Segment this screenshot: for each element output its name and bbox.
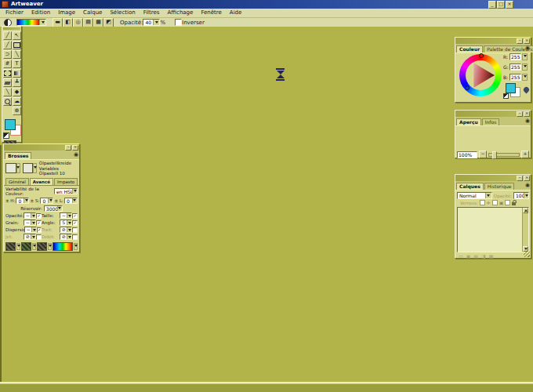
- brush-flow-source[interactable]: ⊘: [60, 234, 72, 240]
- droplet-icon[interactable]: [523, 86, 531, 94]
- opacity-combo[interactable]: 40: [143, 19, 160, 26]
- brush-size-source[interactable]: ~: [60, 212, 72, 219]
- brush-dispersion-source[interactable]: ~: [24, 227, 37, 233]
- gradient-type-button-5[interactable]: ▦: [93, 18, 103, 27]
- brushes-titlebar[interactable]: – ×: [4, 144, 79, 151]
- brush-stroke-source[interactable]: ⊘: [60, 227, 72, 233]
- panel-minimize-button[interactable]: –: [65, 145, 71, 151]
- sat-variability-combo[interactable]: 0: [40, 198, 53, 204]
- preview-zoom-field[interactable]: 100%: [457, 151, 477, 158]
- chevron-down-icon[interactable]: [74, 243, 78, 250]
- toolbox-grab-bar[interactable]: [3, 27, 20, 30]
- tab-calques[interactable]: Calques: [456, 183, 484, 190]
- tab-brosses[interactable]: Brosses: [5, 152, 31, 159]
- paper-texture-swatch[interactable]: [5, 242, 16, 251]
- sphere-tool[interactable]: ⊕: [13, 107, 21, 115]
- window-titlebar[interactable]: Artweaver _ □ ×: [0, 0, 533, 9]
- line-tool[interactable]: ╱: [3, 41, 12, 49]
- tab-historique[interactable]: Historique: [484, 183, 515, 190]
- brush-stroke-preview[interactable]: [5, 163, 16, 173]
- canvas[interactable]: [0, 27, 533, 383]
- slider-thumb[interactable]: [492, 151, 497, 159]
- layer-action-button-2[interactable]: ▣: [466, 254, 471, 259]
- panel-close-button[interactable]: ×: [524, 111, 530, 117]
- red-value-field[interactable]: 255: [509, 53, 521, 60]
- brush-tool[interactable]: ╱: [3, 31, 12, 40]
- preview-zoom-slider[interactable]: [488, 153, 520, 157]
- chevron-down-icon[interactable]: [16, 163, 20, 173]
- brush-angle-checkbox[interactable]: ✓: [72, 220, 78, 226]
- menu-fichier[interactable]: Fichier: [2, 9, 27, 17]
- magic-wand-tool[interactable]: ╲: [13, 50, 21, 59]
- sv-marker[interactable]: [465, 85, 470, 90]
- texture-swatch[interactable]: [37, 242, 47, 251]
- tab-infos[interactable]: Infos: [482, 118, 499, 125]
- close-button[interactable]: ×: [506, 1, 513, 9]
- gradient-type-button-1[interactable]: ▬: [53, 18, 63, 27]
- edit-gradient-icon[interactable]: [4, 19, 12, 27]
- green-value-field[interactable]: 255: [509, 64, 521, 71]
- invert-checkbox[interactable]: [175, 19, 182, 26]
- menu-fenetre[interactable]: Fenêtre: [197, 9, 225, 17]
- panel-minimize-button[interactable]: –: [517, 176, 523, 181]
- panel-close-button[interactable]: ×: [72, 145, 78, 151]
- gradient-picker[interactable]: [16, 19, 46, 26]
- chevron-down-icon[interactable]: [32, 243, 36, 250]
- tab-impasto[interactable]: Impasto: [54, 178, 78, 185]
- gradient-type-button-6[interactable]: ◩: [103, 18, 114, 27]
- lasso-tool[interactable]: ⊃: [3, 50, 12, 59]
- menu-affichage[interactable]: Affichage: [163, 9, 197, 17]
- layer-action-button-4[interactable]: ◨: [481, 254, 486, 259]
- menu-filtres[interactable]: Filtres: [140, 9, 164, 17]
- brush-angle-source[interactable]: S: [60, 220, 72, 226]
- default-colors-icon[interactable]: [3, 132, 9, 139]
- hand-tool[interactable]: ☁: [13, 97, 21, 106]
- lock-transparency-checkbox[interactable]: [480, 200, 485, 205]
- clone-stamp-tool[interactable]: ┻: [13, 78, 21, 87]
- hue-wheel[interactable]: [459, 54, 502, 96]
- foreground-color-swatch[interactable]: [506, 83, 516, 93]
- layers-scrollbar[interactable]: [522, 208, 528, 252]
- scroll-up-icon[interactable]: [523, 208, 528, 213]
- panel-menu-icon[interactable]: ◉: [525, 45, 530, 51]
- tab-general[interactable]: Général: [5, 178, 29, 185]
- panel-menu-icon[interactable]: ◉: [525, 183, 530, 188]
- tab-apercu[interactable]: Aperçu: [456, 118, 481, 125]
- eraser-tool[interactable]: [3, 78, 12, 87]
- brush-jet-checkbox[interactable]: [36, 234, 42, 240]
- gradient-tool[interactable]: [13, 69, 21, 78]
- chevron-down-icon[interactable]: [33, 163, 37, 173]
- gradient-swatch[interactable]: [53, 242, 73, 251]
- zoom-in-icon[interactable]: +: [521, 151, 529, 158]
- resize-grip[interactable]: [524, 251, 530, 257]
- lock-pixels-checkbox[interactable]: [492, 200, 498, 205]
- pattern-swatch[interactable]: [21, 242, 31, 251]
- default-colors-icon[interactable]: [503, 93, 509, 99]
- chevron-down-icon[interactable]: [485, 193, 491, 198]
- chevron-down-icon[interactable]: [522, 53, 528, 60]
- tab-couleur[interactable]: Couleur: [456, 45, 483, 53]
- fill-tool[interactable]: ◆: [13, 88, 21, 96]
- text-tool[interactable]: T: [13, 60, 21, 68]
- menu-selection[interactable]: Sélection: [106, 9, 139, 17]
- layer-action-button-3[interactable]: ▤: [473, 254, 478, 259]
- brush-opacity-checkbox[interactable]: ✓: [36, 213, 42, 219]
- menu-aide[interactable]: Aide: [226, 9, 245, 17]
- reservoir-combo[interactable]: 3000: [44, 205, 63, 212]
- menu-calque[interactable]: Calque: [79, 9, 106, 17]
- zoom-tool[interactable]: [3, 97, 12, 106]
- preview-titlebar[interactable]: – ×: [455, 111, 531, 117]
- minimize-button[interactable]: _: [488, 1, 496, 9]
- lock-position-checkbox[interactable]: [505, 200, 510, 205]
- move-tool[interactable]: ↖: [13, 31, 21, 40]
- panel-minimize-button[interactable]: –: [517, 38, 523, 44]
- maximize-button[interactable]: □: [497, 1, 505, 9]
- panel-menu-icon[interactable]: ◉: [74, 152, 78, 158]
- lock-all-icon[interactable]: [512, 202, 516, 205]
- chevron-down-icon[interactable]: [39, 20, 45, 25]
- brush-jet-source[interactable]: ⊘: [24, 234, 36, 240]
- chevron-down-icon[interactable]: [524, 193, 528, 198]
- brush-opacity-source[interactable]: ~: [24, 212, 36, 219]
- chevron-down-icon[interactable]: [522, 74, 528, 81]
- layer-opacity-combo[interactable]: 100: [513, 192, 529, 199]
